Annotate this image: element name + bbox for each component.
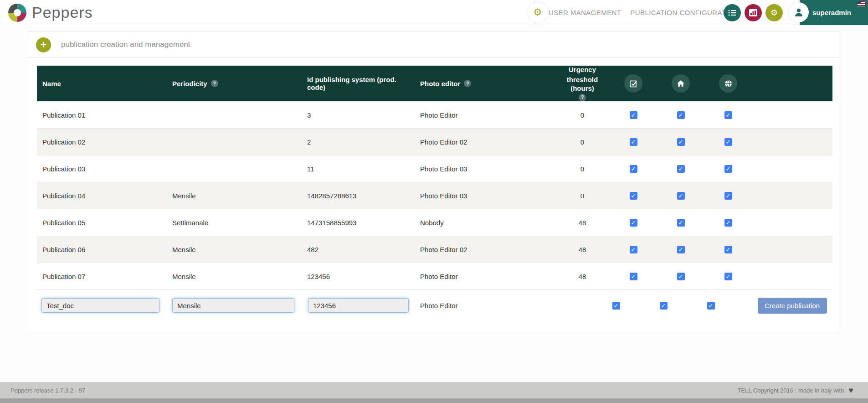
cell-check-2: ✓ <box>657 155 704 182</box>
footer: Peppers release 1.7.3.2 - 97 TELL Copyri… <box>0 382 868 398</box>
cell-new-check-3: ✓ <box>704 290 752 321</box>
cell-urgency: 0 <box>555 182 610 209</box>
avatar <box>789 2 809 22</box>
cell-check-3: ✓ <box>704 155 752 182</box>
bar-chart-icon <box>749 9 758 17</box>
cell-periodicity <box>167 155 302 182</box>
checkbox-checked[interactable]: ✓ <box>724 165 732 173</box>
cell-check-3: ✓ <box>704 263 752 290</box>
cell-urgency: 48 <box>555 236 610 263</box>
periodicity-label: Periodicity <box>172 80 207 88</box>
us-flag-icon[interactable] <box>858 1 865 6</box>
new-publication-name-input[interactable] <box>41 298 159 313</box>
cell-name: Publication 03 <box>37 155 167 182</box>
section-title: publication creation and management <box>61 40 190 49</box>
photo-editor-label: Photo editor <box>420 80 460 88</box>
checkbox-checked[interactable]: ✓ <box>630 192 637 200</box>
gear-icon: ⚙ <box>770 8 778 18</box>
new-publication-periodicity-input[interactable] <box>172 298 294 313</box>
column-header-photo-editor: Photo editor ? <box>415 66 555 102</box>
cell-new-id <box>302 290 415 321</box>
nav-link-publication-configuration[interactable]: PUBLICATION CONFIGURATION <box>630 9 739 16</box>
cell-photo-editor: Nobody <box>415 209 555 236</box>
settings-bubble-button[interactable]: ⚙ <box>528 2 548 22</box>
new-publication-id-input[interactable] <box>308 298 409 313</box>
cell-check-1: ✓ <box>610 209 657 236</box>
checkbox-checked[interactable]: ✓ <box>630 219 637 227</box>
cell-check-3: ✓ <box>704 129 752 155</box>
checkbox-checked[interactable]: ✓ <box>630 273 637 280</box>
list-button[interactable] <box>724 4 741 21</box>
checkbox-checked[interactable]: ✓ <box>677 273 685 280</box>
checkbox-checked[interactable]: ✓ <box>724 246 732 253</box>
cell-new-name <box>37 290 167 321</box>
cell-new-urgency <box>555 290 610 321</box>
urgency-label-line2: threshold (hours) <box>555 76 610 93</box>
cell-urgency: 0 <box>555 102 610 129</box>
plus-icon: + <box>40 39 46 50</box>
checkbox-checked[interactable]: ✓ <box>724 219 732 227</box>
cell-check-1: ✓ <box>610 182 657 209</box>
cell-actions <box>752 155 832 182</box>
cell-actions <box>752 236 832 263</box>
checkbox-checked[interactable]: ✓ <box>677 138 685 146</box>
settings-button[interactable]: ⚙ <box>765 4 783 21</box>
photo-editor-select[interactable]: Photo Editor <box>420 302 458 310</box>
checkbox-checked[interactable]: ✓ <box>630 246 637 253</box>
nav-link-user-management[interactable]: USER MANAGEMENT <box>549 9 621 16</box>
column-header-urgency: Urgency threshold (hours) ? <box>555 66 610 102</box>
cell-actions <box>752 182 832 209</box>
table-row: Publication 03 11 Photo Editor 03 0 ✓ ✓ … <box>37 155 832 182</box>
statistics-button[interactable] <box>745 4 762 21</box>
cell-name: Publication 01 <box>37 102 167 129</box>
table-row: Publication 02 2 Photo Editor 02 0 ✓ ✓ ✓ <box>37 129 832 155</box>
cell-check-3: ✓ <box>704 209 752 236</box>
cell-check-1: ✓ <box>610 263 657 290</box>
info-icon[interactable]: ? <box>211 80 218 87</box>
checkbox-checked[interactable]: ✓ <box>660 302 668 310</box>
checkbox-checked[interactable]: ✓ <box>724 192 732 200</box>
checkbox-checked[interactable]: ✓ <box>612 302 620 310</box>
create-publication-button[interactable]: Create publication <box>758 298 827 314</box>
checkbox-checked[interactable]: ✓ <box>677 219 685 227</box>
globe-badge <box>719 74 737 93</box>
cell-check-3: ✓ <box>704 102 752 129</box>
checkbox-checked[interactable]: ✓ <box>724 273 732 280</box>
column-header-web <box>704 66 752 102</box>
top-navbar: Peppers ⚙ USER MANAGEMENT PUBLICATION CO… <box>0 0 868 25</box>
cell-urgency: 0 <box>555 129 610 155</box>
cell-periodicity <box>167 102 302 129</box>
cell-photo-editor: Photo Editor 02 <box>415 129 555 155</box>
cell-check-2: ✓ <box>657 263 704 290</box>
cell-check-3: ✓ <box>704 182 752 209</box>
add-publication-button[interactable]: + <box>36 37 51 52</box>
checkbox-checked[interactable]: ✓ <box>707 302 715 310</box>
cell-urgency: 0 <box>555 155 610 182</box>
checkbox-checked[interactable]: ✓ <box>677 111 685 119</box>
cell-new-periodicity <box>167 290 302 321</box>
checkbox-checked[interactable]: ✓ <box>724 111 732 119</box>
nav-icon-buttons: ⚙ <box>724 0 783 25</box>
checkbox-checked[interactable]: ✓ <box>724 138 732 146</box>
brand: Peppers <box>8 0 93 25</box>
cell-check-2: ✓ <box>657 209 704 236</box>
cell-check-1: ✓ <box>610 155 657 182</box>
checkbox-checked[interactable]: ✓ <box>677 192 685 200</box>
info-icon[interactable]: ? <box>579 94 586 101</box>
checkbox-checked[interactable]: ✓ <box>677 246 685 253</box>
cell-photo-editor: Photo Editor 03 <box>415 155 555 182</box>
table-row: Publication 04 Mensile 1482857288613 Pho… <box>37 182 832 209</box>
checkbox-checked[interactable]: ✓ <box>630 138 637 146</box>
gear-icon: ⚙ <box>534 7 542 18</box>
cell-urgency: 48 <box>555 209 610 236</box>
cell-check-2: ✓ <box>657 182 704 209</box>
home-badge <box>672 74 690 93</box>
cell-id: 482 <box>302 236 415 263</box>
cell-periodicity <box>167 129 302 155</box>
info-icon[interactable]: ? <box>464 80 471 87</box>
checkbox-checked[interactable]: ✓ <box>677 165 685 173</box>
heart-icon: ♥ <box>848 386 853 395</box>
checkbox-checked[interactable]: ✓ <box>630 165 637 173</box>
cell-check-2: ✓ <box>657 129 704 155</box>
checkbox-checked[interactable]: ✓ <box>630 111 637 119</box>
